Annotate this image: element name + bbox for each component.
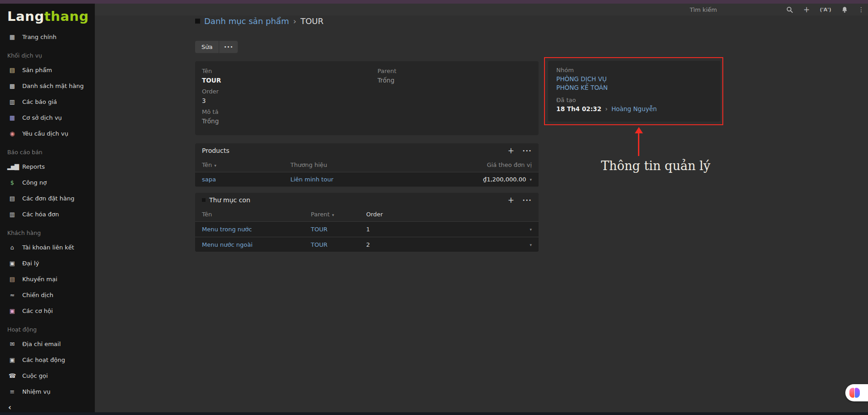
column-ten[interactable]: Tên [202,211,311,218]
sidebar-item-label: Đại lý [22,260,39,267]
sidebar-item-label: Các đơn đặt hàng [22,195,74,202]
subfolders-panel: Thư mục con + ••• Tên Parent▾ Order Menu… [195,193,539,252]
created-date: 18 Th4 02:32 [556,105,601,112]
sidebar-item-danh-sach-mat-hang[interactable]: ▩ Danh sách mặt hàng [0,78,95,94]
tasks-icon: ≡ [7,388,16,395]
assistant-extension-button[interactable] [845,384,868,401]
sidebar-item-dia-chi-email[interactable]: ✉ Địa chỉ email [0,336,95,352]
dollar-icon: $ [7,179,16,186]
field-label: Parent [378,68,532,74]
sidebar-item-cac-don-dat-hang[interactable]: ▤ Các đơn đặt hàng [0,190,95,206]
panel-bullet-icon [202,198,206,202]
sidebar-item-label: Khuyến mại [22,276,57,283]
sidebar-item-khuyen-mai[interactable]: ▤ Khuyến mại [0,271,95,287]
sidebar-item-cac-hoat-dong[interactable]: ▣ Các hoạt động [0,352,95,368]
sidebar-item-yeu-cau-dich-vu[interactable]: ◉ Yêu cầu dịch vụ [0,126,95,142]
sidebar-item-label: Yêu cầu dịch vụ [22,130,68,137]
column-gia-theo-don-vi[interactable]: Giá theo đơn vị [432,161,532,168]
sidebar-item-cuoc-goi[interactable]: ☎ Cuộc gọi [0,368,95,384]
cash-register-icon: ▤ [7,67,16,73]
column-order[interactable]: Order [366,211,532,218]
sidebar-item-label: Các hóa đơn [22,211,59,218]
sidebar-item-label: Trang chính [22,34,56,40]
field-value: Trống [202,117,378,125]
navbar-icons: + ('A') ⋮ [786,4,864,15]
breadcrumb-parent-link[interactable]: Danh mục sản phẩm [204,16,289,26]
dot-circle-icon: ◉ [7,130,16,137]
chevron-left-icon: ‹ [8,403,11,412]
sidebar-item-cong-no[interactable]: $ Công nợ [0,175,95,190]
search-icon[interactable] [786,6,793,13]
sidebar-item-cac-bao-gia[interactable]: ▥ Các báo giá [0,94,95,110]
table-row: Menu nước ngoài TOUR 2 ▾ [195,237,539,252]
edit-button[interactable]: Sửa [195,41,219,53]
grid-icon: ▦ [7,34,16,40]
top-accent-strip [0,0,868,4]
panel-menu-button[interactable]: ••• [522,148,532,153]
grid-icon: ▩ [7,83,16,89]
file-invoice-dollar-icon: ▥ [7,98,16,105]
row-dropdown-icon[interactable]: ▾ [530,177,532,182]
sidebar-item-label: Tài khoản liên kết [22,244,74,251]
sidebar-group-khoi-dich-vu: Khối dịch vụ [0,45,95,62]
menu-dots-icon[interactable]: ⋮ [858,6,864,13]
panel-title: Thư mục con [209,196,250,204]
subfolder-parent-link[interactable]: TOUR [311,226,328,233]
sidebar-item-co-so-dich-vu[interactable]: ▦ Cơ sở dịch vụ [0,110,95,126]
sidebar-item-nhiem-vu[interactable]: ≡ Nhiệm vụ [0,384,95,400]
sidebar-group-bao-cao-ban: Báo cáo bán [0,142,95,159]
panel-menu-button[interactable]: ••• [522,198,532,203]
column-thuong-hieu[interactable]: Thương hiệu [290,161,432,168]
field-value: Trống [378,77,532,84]
sidebar-item-dai-ly[interactable]: ▣ Đại lý [0,255,95,271]
products-column-header: Tên▾ Thương hiệu Giá theo đơn vị [195,158,539,172]
column-ten[interactable]: Tên▾ [202,161,290,168]
sidebar-item-san-pham[interactable]: ▤ Sản phẩm [0,62,95,78]
product-name-link[interactable]: sapa [202,176,216,183]
sidebar-item-label: Nhiệm vụ [22,388,50,395]
broadcast-icon[interactable]: ('A') [820,7,831,12]
invoice-icon: ▥ [7,211,16,218]
building-icon: ⌂ [7,244,16,251]
sidebar-group-khach-hang: Khách hàng [0,222,95,239]
subfolder-order: 1 [366,226,370,233]
subfolder-name-link[interactable]: Menu trong nước [202,226,252,233]
sidebar: Langthang ▦ Trang chính Khối dịch vụ ▤ S… [0,4,95,412]
sidebar-item-label: Công nợ [22,179,47,186]
sidebar-item-chien-dich[interactable]: ≈ Chiến dịch [0,287,95,303]
sidebar-item-reports[interactable]: ▂▅▇ Reports [0,159,95,175]
page-title: TOUR [300,16,324,26]
add-subfolder-button[interactable]: + [508,196,514,204]
team-link[interactable]: PHÒNG DỊCH VỤ [556,75,712,83]
app-logo[interactable]: Langthang [0,4,95,29]
created-label: Đã tạo [556,97,712,103]
row-dropdown-icon[interactable]: ▾ [530,227,532,232]
sidebar-item-label: Reports [22,163,45,170]
bell-icon[interactable] [841,6,848,13]
record-action-buttons: Sửa ••• [195,41,238,53]
sidebar-item-cac-hoa-don[interactable]: ▥ Các hóa đơn [0,206,95,222]
field-order: Order 3 [202,88,378,104]
sidebar-item-label: Cơ sở dịch vụ [22,114,62,121]
subfolder-name-link[interactable]: Menu nước ngoài [202,241,253,248]
field-label: Tên [202,68,378,74]
sidebar-item-cac-co-hoi[interactable]: ▣ Các cơ hội [0,303,95,319]
bottom-edge-strip [0,412,868,415]
sidebar-item-trang-chinh[interactable]: ▦ Trang chính [0,29,95,45]
logo-part-2: thang [44,9,88,24]
sidebar-item-tai-khoan-lien-ket[interactable]: ⌂ Tài khoản liên kết [0,239,95,255]
row-dropdown-icon[interactable]: ▾ [530,243,532,247]
entity-square-icon [195,19,200,24]
product-brand-link[interactable]: Liên minh tour [290,176,333,183]
global-search-input[interactable] [690,5,785,15]
more-actions-button[interactable]: ••• [219,41,238,53]
add-product-button[interactable]: + [508,147,514,155]
field-label: Mô tả [202,108,378,115]
column-parent[interactable]: Parent▾ [311,211,366,218]
quick-create-plus-icon[interactable]: + [803,6,809,14]
subfolder-parent-link[interactable]: TOUR [311,241,328,248]
team-link[interactable]: PHÒNG KẾ TOÁN [556,84,712,91]
envelope-icon: ✉ [7,341,16,347]
grid-icon: ▦ [7,114,16,121]
created-by-link[interactable]: Hoàng Nguyễn [611,105,657,112]
